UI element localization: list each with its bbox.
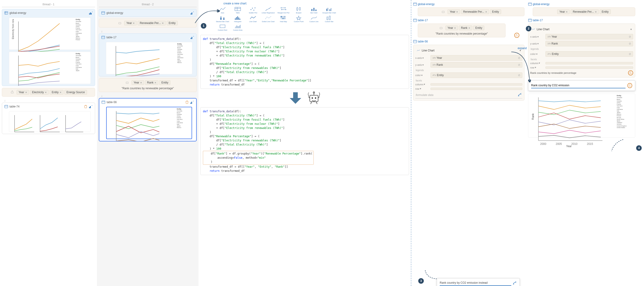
formulate-input[interactable]: formulate data (415, 92, 522, 98)
chart-type-table[interactable]: Table (231, 6, 245, 14)
svg-rect-30 (90, 106, 91, 108)
column-row[interactable]: column ▾ (415, 83, 522, 86)
tag[interactable]: Entity (167, 21, 178, 25)
chart-type-custompoint[interactable]: Custom Point (292, 15, 306, 22)
tag[interactable]: Rank✕ (459, 25, 472, 30)
datasource-link[interactable]: global-energy (413, 2, 524, 7)
chart-type-heatmap[interactable]: Heat Map (276, 15, 290, 22)
chart-type-boxplot[interactable]: Boxplot (292, 6, 306, 14)
trash-icon[interactable] (185, 100, 189, 104)
x-axis-row[interactable]: x-axis ▾ 1²3Year⊘ (530, 34, 633, 39)
tag[interactable]: Entity (600, 9, 611, 14)
remove-tag-icon[interactable]: ✕ (60, 91, 62, 94)
svg-rect-92 (300, 7, 300, 10)
table-56-card[interactable]: table-56 + 2000 2005 2010 2015 Yea (99, 98, 197, 141)
transform-arrow (200, 89, 409, 107)
y-axis-row[interactable]: y-axis ▾ 1²3Rank⊘ (530, 41, 633, 46)
datasource-link[interactable]: global-energy (528, 2, 635, 7)
tag-card-r2[interactable]: Year✕ Rank✕ Entity "Rank countries by re… (418, 23, 506, 37)
tag[interactable]: Year✕ (16, 90, 29, 95)
chevron-down-icon[interactable]: ▾ (630, 28, 632, 31)
robot-icon (10, 90, 14, 94)
svg-text:+: + (193, 35, 194, 37)
chart-type-customarea[interactable]: Custom Area (231, 24, 245, 31)
svg-rect-49 (192, 37, 192, 39)
chart-type-line[interactable]: Line Chart (246, 15, 260, 22)
tag[interactable]: Year✕ (446, 25, 458, 30)
table-17-link[interactable]: table-17 (528, 18, 635, 23)
t2-chart-1[interactable]: 2000 2005 2010 2015 Year Entity Australi… (106, 42, 192, 74)
tag[interactable]: Rank✕ (145, 80, 158, 85)
tag[interactable]: Entity (159, 80, 170, 85)
color-row[interactable]: color ▾ AᵇcEntity⊘ (415, 72, 522, 78)
table-74-card[interactable]: table-74 + (2, 103, 95, 134)
tag[interactable]: Entity✕ (50, 90, 64, 95)
tag-card-t2a[interactable]: Year✕ Renewable Per...✕ Entity (99, 19, 197, 27)
table-17-card[interactable]: table-17 + 2000 2005 2010 2015 Year (99, 33, 197, 76)
t1-chart-2[interactable]: 2000 2005 2010 2015 Year Entity Australi… (9, 52, 91, 84)
chart-type-linreg[interactable]: Linear Regression (261, 6, 275, 14)
row-row[interactable]: row ▾ (415, 87, 522, 90)
tag-card-r1[interactable]: Year✕ Renewable Per...✕ Entity (418, 7, 524, 16)
add-chart-icon[interactable]: + (190, 35, 194, 39)
add-chart-icon[interactable]: + (190, 100, 194, 104)
tag[interactable]: Year✕ (124, 21, 137, 25)
t1-chart-3[interactable] (9, 111, 91, 132)
expand-arrow (510, 51, 531, 84)
chart-type-custombar[interactable]: Custom Bar (322, 15, 336, 22)
tag[interactable]: Energy Source (64, 90, 87, 95)
tag[interactable]: Renewable Per...✕ (570, 9, 598, 14)
svg-point-127 (444, 12, 444, 12)
tag-card-t2b[interactable]: Year✕ Rank✕ Entity "Rank countries by re… (99, 78, 197, 92)
svg-rect-118 (310, 95, 318, 102)
refresh-icon[interactable] (628, 70, 633, 75)
tag[interactable]: Year✕ (557, 9, 570, 14)
svg-point-84 (281, 7, 282, 8)
refresh-icon[interactable] (514, 33, 519, 38)
t2-chart-2[interactable]: 2000 2005 2010 2015 Year Entity Australi… (106, 107, 192, 139)
refresh-icon[interactable] (628, 83, 632, 88)
formulate-text-input[interactable] (531, 83, 626, 88)
chart-type-histogram[interactable]: Histogram (231, 15, 245, 22)
trash-icon[interactable] (84, 105, 88, 108)
datasource-card-t2[interactable]: global-energy + (99, 9, 197, 17)
chart-type-bar[interactable]: Bar Chart (307, 6, 321, 14)
table-56-link[interactable]: table-56 (413, 39, 524, 45)
line-chart-icon (417, 49, 420, 52)
tag[interactable]: Renewable Per...✕ (461, 9, 489, 14)
datasource-card-t1[interactable]: global-energy + Electricity from renewab… (2, 9, 95, 86)
y-axis-row[interactable]: y-axis ▾ 1²3Rank⊘ (415, 62, 522, 68)
tag[interactable]: Year✕ (448, 9, 460, 14)
tag[interactable]: Electricity✕ (30, 90, 49, 95)
robot-arm-icon[interactable] (518, 92, 522, 97)
color-row[interactable]: color ▾ AᵇcEntity⊘ (530, 51, 633, 57)
svg-point-131 (440, 28, 441, 28)
tag[interactable]: Entity (473, 25, 484, 30)
add-chart-icon[interactable]: + (89, 105, 92, 108)
add-chart-icon[interactable]: + (89, 11, 92, 15)
tag[interactable]: Entity (490, 9, 501, 14)
column-row[interactable]: column ▾ (530, 62, 633, 65)
add-chart-icon[interactable]: + (190, 11, 194, 15)
tag-card-t1[interactable]: Year✕ Electricity✕ Entity✕ Energy Source (2, 88, 95, 97)
t1-chart-1[interactable]: Electricity from renewables (TWh) 2000 2… (9, 17, 91, 50)
remove-tag-icon[interactable]: ✕ (25, 91, 27, 94)
x-axis-row[interactable]: x-axis ▾ 1²3Year⊘ (415, 55, 522, 61)
tag-card-r3[interactable]: Year✕ Renewable Per...✕ Entity (533, 7, 635, 16)
rank-chart-preview[interactable]: Rank 2000 2005 2010 2015 Year Entity Aus… (528, 94, 635, 137)
right-column-1: global-energy Year✕ Renewable Per...✕ En… (411, 0, 526, 286)
chart-type-dottedline[interactable]: Dotted Line Chart (261, 15, 275, 22)
tag[interactable]: Renewable Per...✕ (138, 21, 166, 25)
row-row[interactable]: row ▾ (530, 66, 633, 69)
remove-tag-icon[interactable]: ✕ (45, 91, 47, 94)
table-17-link[interactable]: table-17 (413, 18, 524, 23)
robot-arm-icon[interactable] (513, 281, 517, 286)
svg-rect-110 (282, 16, 284, 17)
chart-type-rangeddot[interactable]: Ranged Dot Plot (276, 6, 290, 14)
svg-point-79 (254, 7, 256, 8)
chart-type-groupbar[interactable]: Grouped Bar Chart (322, 6, 336, 14)
chart-type-customline[interactable]: Custom Line (307, 15, 321, 22)
tag[interactable]: Year✕ (132, 80, 144, 85)
svg-text:+: + (92, 11, 92, 13)
chart-type-scatter[interactable]: Scatter Plot (246, 6, 260, 14)
